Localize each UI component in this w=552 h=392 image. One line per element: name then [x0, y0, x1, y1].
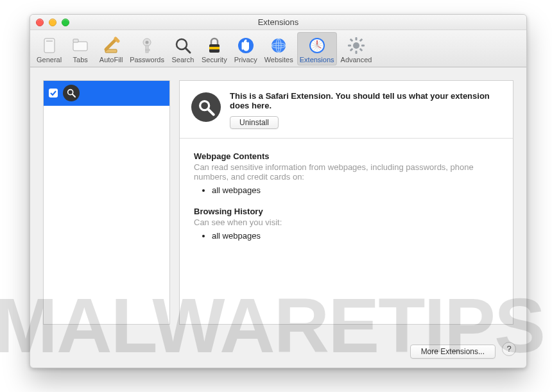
- tab-label: Search: [172, 56, 194, 64]
- tab-advanced[interactable]: Advanced: [338, 32, 375, 65]
- svg-rect-37: [350, 48, 354, 52]
- detail-header-text: This is a Safari Extension. You should t…: [230, 91, 501, 129]
- titlebar: Extensions: [30, 15, 526, 30]
- advanced-icon: [347, 37, 365, 55]
- passwords-icon: [138, 37, 156, 55]
- extension-icon: [63, 85, 80, 101]
- svg-line-10: [185, 48, 190, 53]
- more-extensions-button[interactable]: More Extensions...: [410, 345, 496, 359]
- svg-rect-31: [356, 51, 358, 54]
- tab-label: Security: [202, 56, 227, 64]
- section-title: Browsing History: [194, 207, 499, 216]
- general-icon: [40, 37, 58, 55]
- tab-websites[interactable]: Websites: [262, 32, 296, 65]
- tab-label: AutoFill: [99, 56, 123, 64]
- svg-rect-30: [356, 37, 358, 40]
- footer-bar: More Extensions... ?: [30, 332, 526, 368]
- tab-privacy[interactable]: Privacy: [231, 32, 261, 65]
- svg-rect-35: [359, 48, 363, 52]
- close-icon[interactable]: [36, 19, 44, 26]
- svg-line-39: [73, 94, 75, 97]
- svg-rect-32: [348, 45, 351, 47]
- section-subtitle: Can read sensitive information from webp…: [194, 162, 499, 182]
- tab-label: Tabs: [73, 56, 88, 64]
- sidebar-item-extension[interactable]: [44, 81, 169, 106]
- tab-passwords[interactable]: Passwords: [127, 32, 167, 65]
- tab-label: Websites: [264, 56, 293, 64]
- bullet-item: all webpages: [212, 231, 499, 241]
- tab-general[interactable]: General: [34, 32, 64, 65]
- svg-rect-8: [146, 49, 150, 51]
- extensions-icon: [308, 37, 326, 55]
- minimize-icon[interactable]: [49, 19, 56, 26]
- section-bullets: all webpages: [194, 231, 499, 241]
- window-controls: [36, 19, 69, 26]
- uninstall-button[interactable]: Uninstall: [230, 116, 279, 129]
- permission-section: Browsing History Can see when you visit:…: [194, 207, 499, 241]
- privacy-icon: [237, 37, 255, 55]
- svg-rect-3: [73, 39, 78, 42]
- tab-security[interactable]: Security: [199, 32, 230, 65]
- websites-icon: [270, 37, 288, 55]
- svg-rect-1: [46, 40, 53, 42]
- autofill-icon: [102, 37, 120, 55]
- section-subtitle: Can see when you visit:: [194, 217, 499, 227]
- tab-search[interactable]: Search: [168, 32, 198, 65]
- security-icon: [205, 37, 223, 55]
- extension-enable-checkbox[interactable]: [49, 89, 58, 98]
- svg-line-41: [209, 110, 214, 115]
- svg-point-29: [353, 42, 359, 49]
- permissions-body: Webpage Contents Can read sensitive info…: [180, 139, 513, 265]
- tab-label: General: [37, 56, 62, 64]
- pref-toolbar: General Tabs AutoFill Passwords Search: [30, 30, 526, 67]
- tab-tabs[interactable]: Tabs: [65, 32, 95, 65]
- svg-rect-33: [361, 45, 365, 47]
- tab-label: Privacy: [234, 56, 257, 64]
- bullet-item: all webpages: [212, 185, 499, 195]
- preferences-window: Extensions General Tabs AutoFill Passwor…: [30, 14, 527, 368]
- detail-header: This is a Safari Extension. You should t…: [180, 81, 513, 139]
- tabs-icon: [71, 37, 89, 55]
- content-area: This is a Safari Extension. You should t…: [30, 67, 526, 332]
- svg-rect-36: [359, 38, 363, 42]
- tab-label: Advanced: [341, 56, 372, 64]
- svg-rect-34: [350, 38, 354, 42]
- tab-autofill[interactable]: AutoFill: [96, 32, 126, 65]
- svg-rect-12: [209, 47, 220, 49]
- extension-detail-pane: This is a Safari Extension. You should t…: [179, 80, 513, 325]
- fullscreen-icon[interactable]: [62, 19, 69, 26]
- search-icon: [174, 37, 192, 55]
- permission-section: Webpage Contents Can read sensitive info…: [194, 151, 499, 195]
- svg-point-6: [146, 41, 149, 44]
- section-title: Webpage Contents: [194, 151, 499, 161]
- svg-rect-2: [73, 42, 87, 51]
- tab-label: Extensions: [300, 56, 334, 64]
- extension-large-icon: [191, 92, 221, 122]
- extensions-sidebar: [43, 80, 170, 325]
- help-button[interactable]: ?: [502, 342, 516, 356]
- tab-extensions[interactable]: Extensions: [297, 32, 337, 65]
- section-bullets: all webpages: [194, 185, 499, 195]
- window-title: Extensions: [30, 17, 526, 27]
- extension-description: This is a Safari Extension. You should t…: [230, 91, 490, 110]
- tab-label: Passwords: [130, 56, 164, 64]
